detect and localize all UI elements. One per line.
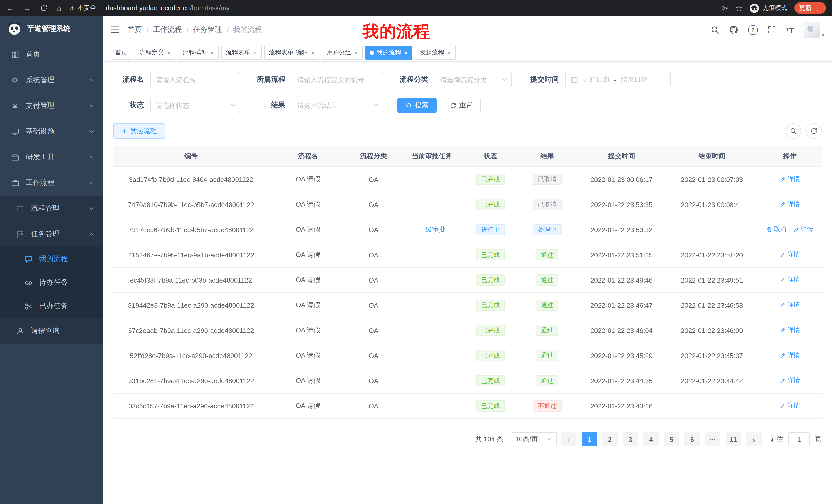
close-icon[interactable]: × — [354, 49, 358, 56]
address-bar[interactable]: ⚠ 不安全 dashboard.yudao.iocoder.cn/bpm/tas… — [70, 4, 721, 12]
toggle-search-button[interactable] — [786, 123, 801, 139]
next-page-button[interactable]: › — [746, 432, 761, 446]
page-button-5[interactable]: 5 — [664, 432, 679, 446]
goto-page-input[interactable] — [788, 432, 810, 446]
close-icon[interactable]: × — [404, 49, 408, 56]
bookmark-star-icon[interactable]: ☆ — [735, 3, 743, 12]
status-tag: 已完成 — [476, 174, 505, 185]
breadcrumb-item[interactable]: 任务管理 — [193, 25, 222, 34]
cancel-link[interactable]: 取消 — [766, 225, 786, 234]
date-range-input[interactable]: 开始日期 - 结束日期 — [565, 72, 671, 87]
result-tag: 通过 — [536, 325, 558, 336]
header-search-icon[interactable] — [710, 25, 719, 34]
close-icon[interactable]: × — [254, 49, 257, 56]
page-size-select[interactable]: 10条/页 — [511, 432, 557, 446]
sidebar-item-todo-tasks[interactable]: 待办任务 — [0, 271, 103, 295]
tab-process-form[interactable]: 流程表单× — [221, 46, 262, 60]
close-icon[interactable]: × — [167, 49, 171, 56]
help-icon[interactable]: ? — [748, 25, 758, 35]
sidebar-item-leave-query[interactable]: 请假查询 — [0, 318, 103, 344]
tab-home[interactable]: 首页 — [110, 46, 132, 60]
page-button-4[interactable]: 4 — [643, 432, 659, 446]
parent-process-label: 所属流程 — [255, 75, 285, 84]
browser-menu-icon[interactable]: ⋮ — [814, 4, 821, 12]
detail-link[interactable]: 详情 — [780, 376, 800, 385]
tab-process-form-edit[interactable]: 流程表单-编辑× — [264, 46, 319, 60]
sidebar-item-payment[interactable]: ¥ 支付管理 — [0, 93, 103, 119]
breadcrumb: 首页 / 工作流程 / 任务管理 / 我的流程 — [128, 25, 262, 34]
scissors-icon — [24, 302, 33, 310]
breadcrumb-item[interactable]: 首页 — [128, 25, 142, 34]
total-count: 共 104 条 — [475, 435, 503, 444]
detail-link[interactable]: 详情 — [780, 250, 800, 259]
close-icon[interactable]: × — [311, 49, 315, 56]
browser-forward-icon[interactable]: → — [23, 4, 31, 12]
sidebar-item-process-mgmt[interactable]: 流程管理 — [0, 196, 103, 221]
category-label: 流程分类 — [397, 75, 428, 84]
result-tag: 已取消 — [533, 199, 562, 210]
browser-update-button[interactable]: 更新 ⋮ — [795, 2, 826, 14]
sidebar-item-done-tasks[interactable]: 已办任务 — [0, 295, 103, 318]
result-select[interactable] — [291, 97, 383, 113]
table-row: 7317cec6-7b9b-11ec-b5b7-acde48001122 OA … — [113, 217, 822, 242]
prev-page-button[interactable]: ‹ — [561, 432, 576, 446]
font-size-icon[interactable]: TT — [785, 26, 794, 34]
tab-process-model[interactable]: 流程模型× — [178, 46, 218, 60]
goto-label: 前往 — [770, 435, 783, 444]
table-row: 2152467e-7b9b-11ec-9a1b-acde48001122 OA … — [113, 242, 822, 268]
avatar[interactable] — [804, 22, 820, 38]
page-button-6[interactable]: 6 — [684, 432, 700, 446]
list-icon — [16, 205, 25, 213]
detail-link[interactable]: 详情 — [780, 200, 800, 209]
status-select[interactable] — [150, 97, 240, 113]
sidebar-item-system[interactable]: ⚙ 系统管理 — [0, 67, 103, 93]
tab-process-definition[interactable]: 流程定义× — [135, 46, 175, 60]
browser-home-icon[interactable]: ⌂ — [57, 4, 61, 12]
chevron-down-icon — [88, 77, 95, 83]
fullscreen-icon[interactable] — [768, 26, 776, 34]
not-secure-warning[interactable]: ⚠ 不安全 — [70, 4, 96, 12]
tab-initiate-process[interactable]: 发起流程× — [415, 46, 456, 60]
detail-link[interactable]: 详情 — [794, 225, 813, 234]
chevron-down-icon — [88, 205, 95, 212]
url-host: dashboard.yudao.iocoder.cn — [106, 4, 190, 12]
current-task-link[interactable]: 一级审批 — [419, 226, 445, 233]
header-bar: 首页 / 工作流程 / 任务管理 / 我的流程 ? TT — [103, 16, 832, 44]
sidebar-item-workflow[interactable]: 工作流程 — [0, 170, 103, 196]
page-button-2[interactable]: 2 — [602, 432, 618, 446]
search-button[interactable]: 搜索 — [397, 97, 437, 113]
sidebar-item-task-mgmt[interactable]: 任务管理 — [0, 221, 103, 247]
breadcrumb-item[interactable]: 工作流程 — [153, 25, 182, 34]
hamburger-icon[interactable] — [110, 26, 120, 34]
page-button-1[interactable]: 1 — [581, 432, 597, 446]
close-icon[interactable]: × — [210, 49, 214, 56]
page-button-3[interactable]: 3 — [623, 432, 638, 446]
process-definition-input[interactable] — [291, 72, 383, 87]
browser-reload-icon[interactable] — [40, 4, 47, 11]
refresh-table-button[interactable] — [806, 123, 822, 139]
browser-back-icon[interactable]: ← — [6, 4, 14, 12]
process-name-input[interactable] — [150, 72, 240, 87]
table-row: 3ad174fb-7b9d-11ec-8404-acde48001122 OA … — [113, 167, 822, 192]
more-pages-button[interactable]: ··· — [705, 432, 721, 446]
detail-link[interactable]: 详情 — [780, 276, 800, 284]
close-icon[interactable]: × — [447, 49, 451, 56]
sidebar-item-devtools[interactable]: 研发工具 — [0, 144, 103, 170]
user-menu[interactable]: ▾ — [804, 22, 824, 38]
tab-user-group[interactable]: 用户分组× — [322, 46, 363, 60]
tab-my-process[interactable]: 我的流程× — [365, 46, 412, 60]
create-process-button[interactable]: 发起流程 — [113, 123, 165, 139]
sidebar-item-my-process[interactable]: 我的流程 — [0, 247, 103, 271]
page-button-11[interactable]: 11 — [726, 432, 741, 446]
sidebar-item-home[interactable]: 首页 — [0, 41, 103, 67]
detail-link[interactable]: 详情 — [780, 326, 800, 335]
detail-link[interactable]: 详情 — [780, 301, 800, 310]
github-icon[interactable] — [729, 25, 738, 34]
detail-link[interactable]: 详情 — [780, 401, 800, 410]
password-key-icon[interactable] — [721, 4, 728, 12]
category-select[interactable] — [435, 72, 512, 87]
detail-link[interactable]: 详情 — [780, 351, 800, 360]
sidebar-item-infra[interactable]: 基础设施 — [0, 119, 103, 144]
reset-button[interactable]: 重置 — [442, 97, 481, 113]
detail-link[interactable]: 详情 — [780, 175, 800, 184]
